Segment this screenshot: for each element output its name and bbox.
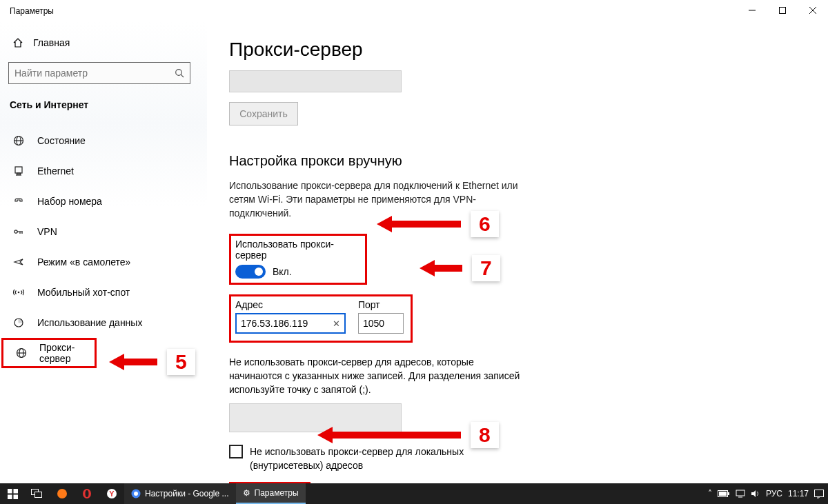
opera-icon[interactable] xyxy=(75,483,99,504)
address-input[interactable]: ✕ xyxy=(235,313,346,334)
port-input[interactable] xyxy=(358,313,404,334)
local-bypass-label: Не использовать прокси-сервер для локаль… xyxy=(250,445,526,472)
firefox-icon[interactable] xyxy=(50,483,75,504)
sidebar-item-label: Мобильный хот-спот xyxy=(37,287,130,298)
svg-rect-37 xyxy=(736,490,745,496)
svg-text:Y: Y xyxy=(109,490,115,498)
tray-network-icon[interactable] xyxy=(736,490,745,498)
sidebar-item-dialup[interactable]: Набор номера xyxy=(0,186,207,216)
sidebar-item-datausage[interactable]: Использование данных xyxy=(0,308,207,338)
page-title: Прокси-сервер xyxy=(229,39,828,61)
sidebar-section-title: Сеть и Интернет xyxy=(0,84,207,110)
use-proxy-state: Вкл. xyxy=(273,266,292,277)
clear-icon[interactable]: ✕ xyxy=(333,319,340,329)
svg-rect-1 xyxy=(780,8,786,14)
svg-point-16 xyxy=(18,292,20,294)
svg-rect-23 xyxy=(8,494,12,499)
proxy-icon xyxy=(16,347,27,359)
svg-rect-21 xyxy=(8,489,12,494)
sidebar-item-status[interactable]: Состояние xyxy=(0,125,207,156)
sidebar-item-label: Ethernet xyxy=(37,165,74,177)
dialup-icon xyxy=(12,196,25,207)
vpn-icon xyxy=(12,226,25,237)
svg-line-5 xyxy=(181,74,184,77)
sidebar-home-label: Главная xyxy=(33,37,70,48)
close-button[interactable] xyxy=(798,0,828,21)
sidebar-item-hotspot[interactable]: Мобильный хот-спот xyxy=(0,277,207,308)
svg-rect-24 xyxy=(13,494,18,499)
main-panel: Прокси-сервер Сохранить Настройка прокси… xyxy=(207,22,828,483)
svg-rect-39 xyxy=(815,490,824,496)
svg-rect-10 xyxy=(17,173,21,174)
minimize-button[interactable] xyxy=(737,0,767,21)
hotspot-icon xyxy=(12,287,25,298)
use-proxy-toggle-block: Использовать прокси-сервер Вкл. xyxy=(229,234,367,285)
annotation-5: 5 xyxy=(109,349,195,375)
svg-rect-26 xyxy=(35,492,42,498)
datausage-icon xyxy=(12,317,25,328)
ethernet-icon xyxy=(12,165,25,177)
tray-volume-icon[interactable] xyxy=(751,490,760,498)
sidebar-item-airplane[interactable]: Режим «в самолете» xyxy=(0,247,207,277)
window-title: Параметры xyxy=(10,6,54,16)
save-button-disabled: Сохранить xyxy=(229,102,298,125)
svg-point-33 xyxy=(134,492,138,496)
manual-setup-heading: Настройка прокси вручную xyxy=(229,153,828,169)
system-tray: ˄ РУС 11:17 xyxy=(708,489,828,498)
tray-notifications-icon[interactable] xyxy=(814,490,824,498)
sidebar-item-label: Прокси-сервер xyxy=(39,342,95,364)
annotation-6: 6 xyxy=(377,211,499,237)
port-label: Порт xyxy=(358,299,404,310)
script-address-input[interactable] xyxy=(229,70,402,92)
chrome-icon xyxy=(131,489,141,498)
svg-point-12 xyxy=(14,230,17,233)
svg-point-29 xyxy=(86,490,89,497)
address-port-block: Адрес ✕ Порт xyxy=(229,294,413,343)
gear-icon: ⚙ xyxy=(243,488,250,498)
sidebar-item-label: Состояние xyxy=(37,135,86,146)
taskbar-app-settings[interactable]: ⚙ Параметры xyxy=(236,483,306,504)
annotation-8: 8 xyxy=(317,422,499,448)
svg-point-4 xyxy=(176,70,182,76)
tray-chevron-icon[interactable]: ˄ xyxy=(708,489,712,498)
annotation-7: 7 xyxy=(420,255,500,281)
sidebar-item-label: VPN xyxy=(37,226,57,237)
sidebar-item-label: Режим «в самолете» xyxy=(37,256,130,268)
taskview-icon[interactable] xyxy=(25,483,50,504)
use-proxy-toggle[interactable] xyxy=(235,265,266,279)
address-label: Адрес xyxy=(235,299,346,310)
bypass-description: Не использовать прокси-сервер для адресо… xyxy=(229,355,526,396)
svg-rect-35 xyxy=(728,492,729,495)
search-icon xyxy=(175,68,184,78)
tray-time[interactable]: 11:17 xyxy=(788,489,809,498)
sidebar: Главная Сеть и Интернет Состояние xyxy=(0,22,207,483)
svg-rect-9 xyxy=(15,167,22,173)
use-proxy-label: Использовать прокси-сервер xyxy=(235,239,359,261)
local-bypass-checkbox[interactable] xyxy=(229,445,243,458)
sidebar-item-ethernet[interactable]: Ethernet xyxy=(0,156,207,186)
sidebar-item-label: Набор номера xyxy=(37,196,102,207)
yandex-icon[interactable]: Y xyxy=(99,483,124,504)
tray-language[interactable]: РУС xyxy=(766,489,782,498)
sidebar-home[interactable]: Главная xyxy=(0,29,207,57)
sidebar-item-vpn[interactable]: VPN xyxy=(0,216,207,247)
sidebar-item-proxy[interactable]: Прокси-сервер xyxy=(1,338,97,368)
svg-rect-22 xyxy=(13,489,18,494)
start-button[interactable] xyxy=(0,483,25,504)
taskbar-app-chrome[interactable]: Настройки - Google ... xyxy=(124,483,236,504)
svg-rect-36 xyxy=(719,492,727,496)
sidebar-item-label: Использование данных xyxy=(37,317,142,328)
maximize-button[interactable] xyxy=(767,0,798,21)
taskbar: Y Настройки - Google ... ⚙ Параметры ˄ Р… xyxy=(0,483,828,504)
svg-point-27 xyxy=(57,489,67,498)
search-input[interactable] xyxy=(8,62,190,84)
home-icon xyxy=(12,37,23,48)
airplane-icon xyxy=(12,256,25,268)
tray-battery-icon[interactable] xyxy=(718,490,730,497)
status-icon xyxy=(12,135,25,146)
